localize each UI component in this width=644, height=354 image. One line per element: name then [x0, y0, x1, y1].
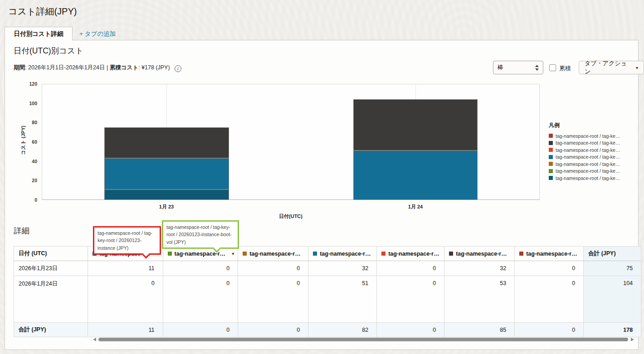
y-tick-label: 80	[19, 120, 37, 125]
footer-value-cell: 0	[377, 323, 444, 337]
value-cell: 0	[163, 276, 238, 323]
cost-details-page: コスト詳細(JPY) 日付別コスト詳細 + タブの追加 日付(UTC)別コスト …	[0, 0, 644, 354]
y-tick-label: 60	[19, 139, 37, 145]
value-cell: 0	[163, 261, 238, 276]
table-row: 2026年1月23日110032032075	[14, 261, 641, 276]
legend-item[interactable]: tag-namespace-root / tag-ke…	[549, 146, 636, 154]
date-cell: 2026年1月24日	[14, 276, 88, 323]
tooltip-boot-vol-annotation: tag-namespace-root / tag-key-root / 2026…	[162, 220, 239, 249]
x-tick-label: 1月 23	[144, 204, 189, 210]
legend-item[interactable]: tag-namespace-root / tag-ke…	[549, 168, 636, 175]
legend-swatch-icon	[549, 169, 553, 173]
column-header-content: tag-namespace-r…	[381, 251, 440, 257]
legend-item[interactable]: tag-namespace-root / tag-ke…	[549, 140, 636, 147]
tag-column-header: tag-namespace-r…	[515, 247, 584, 261]
cumulative-cost-value: : ¥178 (JPY)	[138, 64, 170, 71]
tag-column-header: tag-namespace-r…	[238, 247, 308, 261]
tab-actions-button[interactable]: タブ・アクション ▾	[579, 61, 644, 74]
y-tick-label: 40	[19, 159, 37, 164]
chevron-down-icon: ▾	[636, 65, 638, 70]
column-swatch-icon	[381, 252, 385, 256]
column-header-label: tag-namespace-r…	[526, 251, 577, 257]
legend-item-label: tag-namespace-root / tag-ke…	[556, 168, 620, 174]
bar-segment[interactable]	[353, 150, 478, 200]
horizontal-scrollbar-thumb[interactable]	[98, 338, 628, 341]
column-swatch-icon	[243, 252, 247, 256]
column-header-label: tag-namespace-r…	[249, 251, 301, 257]
tooltip-instance-text: tag-namespace-root / tag-key-root / 2026…	[98, 230, 152, 251]
legend-list: tag-namespace-root / tag-ke…tag-namespac…	[549, 132, 636, 182]
legend-title: 凡例	[549, 121, 636, 129]
footer-value-cell: 82	[308, 323, 377, 337]
legend-item-label: tag-namespace-root / tag-ke…	[556, 175, 620, 181]
tooltip-instance-annotation: tag-namespace-root / tag-key-root / 2026…	[93, 226, 161, 255]
column-header-content: tag-namespace-r…	[243, 251, 304, 257]
tag-column-header: tag-namespace-r…	[444, 247, 515, 261]
y-tick-label: 100	[19, 101, 37, 106]
row-total-cell: 104	[584, 276, 641, 323]
legend-swatch-icon	[549, 162, 553, 166]
footer-value-cell: 11	[88, 323, 163, 337]
tooltip-boot-vol-text: tag-namespace-root / tag-key-root / 2026…	[166, 224, 232, 245]
footer-value-cell: 0	[163, 323, 238, 337]
bar-segment[interactable]	[104, 189, 229, 200]
chart-legend: 凡例 tag-namespace-root / tag-ke…tag-names…	[549, 121, 636, 182]
column-dropdown-caret-icon[interactable]: ▾	[232, 251, 234, 256]
legend-swatch-icon	[549, 134, 553, 138]
row-total-cell: 75	[584, 261, 641, 276]
legend-item-label: tag-namespace-root / tag-ke…	[556, 147, 620, 153]
bar-segment[interactable]	[353, 99, 478, 150]
bar-segment[interactable]	[104, 127, 229, 158]
info-icon[interactable]: i	[175, 65, 181, 72]
period-line: 期間: 2026年1月1日-2026年1月24日 | 累積コスト: ¥178 (…	[14, 64, 181, 72]
legend-swatch-icon	[549, 141, 553, 145]
legend-item[interactable]: tag-namespace-root / tag-ke…	[549, 154, 636, 161]
column-swatch-icon	[313, 252, 317, 256]
legend-item[interactable]: tag-namespace-root / tag-ke…	[549, 132, 636, 140]
table-row: 2026年1月24日000510530104	[14, 276, 641, 323]
cumulative-cost-label: 累積コスト	[110, 64, 138, 71]
column-header-label: tag-namespace-r…	[388, 251, 439, 257]
legend-swatch-icon	[549, 155, 553, 159]
add-tab-button[interactable]: + タブの追加	[79, 30, 116, 38]
table-footer-row: 合計 (JPY)1100820850178	[14, 323, 641, 337]
select-chevrons-icon	[535, 65, 539, 71]
legend-item-label: tag-namespace-root / tag-ke…	[556, 140, 620, 145]
tab-daily-cost-details[interactable]: 日付別コスト詳細	[5, 27, 73, 40]
value-cell: 51	[308, 276, 377, 323]
column-swatch-icon	[168, 252, 172, 256]
column-header-label: tag-namespace-r…	[320, 251, 371, 257]
legend-item-label: tag-namespace-root / tag-ke…	[556, 133, 620, 139]
details-title: 詳細	[14, 225, 29, 236]
column-header-label: 合計 (JPY)	[588, 250, 615, 257]
date-column-header: 日付 (UTC)	[14, 247, 88, 261]
legend-item[interactable]: tag-namespace-root / tag-ke…	[549, 175, 636, 182]
column-swatch-icon	[449, 252, 453, 256]
chart-type-select[interactable]: 棒	[493, 61, 543, 74]
column-header-label: tag-namespace-r…	[456, 251, 507, 257]
value-cell: 53	[444, 276, 515, 323]
footer-value-cell: 0	[238, 323, 308, 337]
y-tick-label: 0	[19, 197, 37, 203]
footer-label-cell: 合計 (JPY)	[14, 323, 88, 337]
cost-details-table: 日付 (UTC)tag-namespace-r…▾tag-namespace-r…	[14, 246, 641, 337]
value-cell: 0	[238, 276, 308, 323]
cumulative-checkbox[interactable]	[549, 64, 556, 71]
column-header-content: tag-namespace-r…	[313, 251, 373, 257]
scrollbar-left-arrow-icon[interactable]	[93, 338, 96, 341]
page-title: コスト詳細(JPY)	[8, 5, 77, 18]
value-cell: 32	[308, 261, 377, 276]
cumulative-checkbox-label: 累積	[559, 64, 571, 73]
period-value: : 2026年1月1日-2026年1月24日 |	[25, 64, 110, 71]
column-header-content: 日付 (UTC)	[19, 250, 84, 257]
footer-value-cell: 85	[444, 323, 515, 337]
value-cell: 11	[88, 261, 163, 276]
column-header-content: tag-namespace-r…	[519, 251, 580, 257]
bar-segment[interactable]	[104, 158, 229, 189]
value-cell: 32	[444, 261, 515, 276]
x-tick-label: 1月 24	[393, 204, 438, 210]
value-cell: 0	[88, 276, 163, 323]
legend-item[interactable]: tag-namespace-root / tag-ke…	[549, 160, 636, 168]
value-cell: 0	[238, 261, 308, 276]
scrollbar-right-arrow-icon[interactable]	[631, 338, 634, 341]
